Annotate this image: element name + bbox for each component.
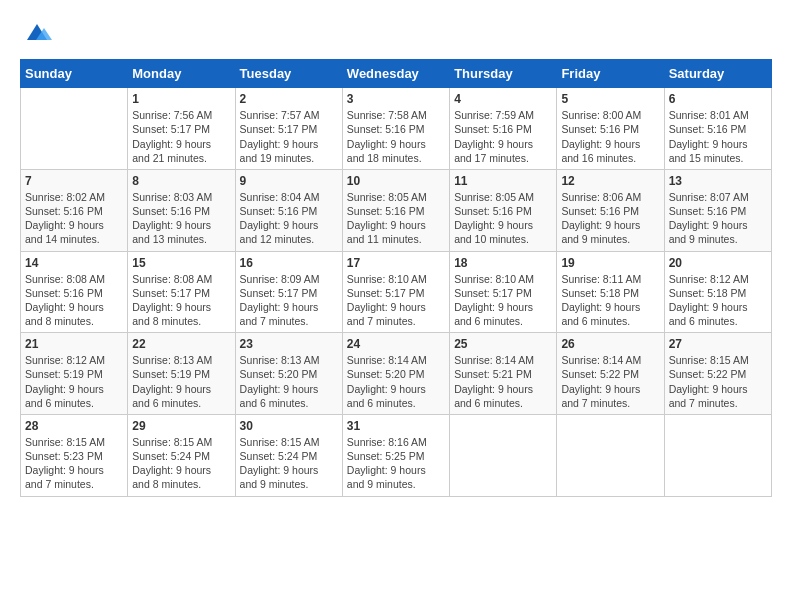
day-info: Sunrise: 7:56 AMSunset: 5:17 PMDaylight:… xyxy=(132,108,230,165)
calendar-cell: 15Sunrise: 8:08 AMSunset: 5:17 PMDayligh… xyxy=(128,251,235,333)
calendar-table: SundayMondayTuesdayWednesdayThursdayFrid… xyxy=(20,59,772,496)
calendar-cell: 28Sunrise: 8:15 AMSunset: 5:23 PMDayligh… xyxy=(21,414,128,496)
day-number: 24 xyxy=(347,337,445,351)
day-info: Sunrise: 8:04 AMSunset: 5:16 PMDaylight:… xyxy=(240,190,338,247)
calendar-cell: 1Sunrise: 7:56 AMSunset: 5:17 PMDaylight… xyxy=(128,88,235,170)
calendar-cell: 16Sunrise: 8:09 AMSunset: 5:17 PMDayligh… xyxy=(235,251,342,333)
day-number: 29 xyxy=(132,419,230,433)
day-number: 4 xyxy=(454,92,552,106)
day-number: 2 xyxy=(240,92,338,106)
day-info: Sunrise: 8:05 AMSunset: 5:16 PMDaylight:… xyxy=(454,190,552,247)
week-row-4: 21Sunrise: 8:12 AMSunset: 5:19 PMDayligh… xyxy=(21,333,772,415)
calendar-cell: 3Sunrise: 7:58 AMSunset: 5:16 PMDaylight… xyxy=(342,88,449,170)
day-info: Sunrise: 7:58 AMSunset: 5:16 PMDaylight:… xyxy=(347,108,445,165)
day-info: Sunrise: 8:13 AMSunset: 5:19 PMDaylight:… xyxy=(132,353,230,410)
day-info: Sunrise: 8:10 AMSunset: 5:17 PMDaylight:… xyxy=(347,272,445,329)
day-info: Sunrise: 8:05 AMSunset: 5:16 PMDaylight:… xyxy=(347,190,445,247)
calendar-cell: 30Sunrise: 8:15 AMSunset: 5:24 PMDayligh… xyxy=(235,414,342,496)
calendar-cell: 21Sunrise: 8:12 AMSunset: 5:19 PMDayligh… xyxy=(21,333,128,415)
calendar-cell: 19Sunrise: 8:11 AMSunset: 5:18 PMDayligh… xyxy=(557,251,664,333)
calendar-cell: 2Sunrise: 7:57 AMSunset: 5:17 PMDaylight… xyxy=(235,88,342,170)
day-number: 5 xyxy=(561,92,659,106)
calendar-cell: 29Sunrise: 8:15 AMSunset: 5:24 PMDayligh… xyxy=(128,414,235,496)
calendar-cell: 31Sunrise: 8:16 AMSunset: 5:25 PMDayligh… xyxy=(342,414,449,496)
calendar-cell: 18Sunrise: 8:10 AMSunset: 5:17 PMDayligh… xyxy=(450,251,557,333)
day-number: 27 xyxy=(669,337,767,351)
calendar-cell xyxy=(664,414,771,496)
day-number: 6 xyxy=(669,92,767,106)
week-row-2: 7Sunrise: 8:02 AMSunset: 5:16 PMDaylight… xyxy=(21,169,772,251)
day-number: 15 xyxy=(132,256,230,270)
day-info: Sunrise: 8:00 AMSunset: 5:16 PMDaylight:… xyxy=(561,108,659,165)
week-row-3: 14Sunrise: 8:08 AMSunset: 5:16 PMDayligh… xyxy=(21,251,772,333)
day-info: Sunrise: 8:09 AMSunset: 5:17 PMDaylight:… xyxy=(240,272,338,329)
day-number: 20 xyxy=(669,256,767,270)
day-number: 7 xyxy=(25,174,123,188)
day-number: 14 xyxy=(25,256,123,270)
calendar-cell xyxy=(557,414,664,496)
calendar-cell: 24Sunrise: 8:14 AMSunset: 5:20 PMDayligh… xyxy=(342,333,449,415)
calendar-cell: 26Sunrise: 8:14 AMSunset: 5:22 PMDayligh… xyxy=(557,333,664,415)
day-info: Sunrise: 8:03 AMSunset: 5:16 PMDaylight:… xyxy=(132,190,230,247)
calendar-cell: 4Sunrise: 7:59 AMSunset: 5:16 PMDaylight… xyxy=(450,88,557,170)
column-header-thursday: Thursday xyxy=(450,60,557,88)
calendar-cell: 8Sunrise: 8:03 AMSunset: 5:16 PMDaylight… xyxy=(128,169,235,251)
day-info: Sunrise: 8:14 AMSunset: 5:22 PMDaylight:… xyxy=(561,353,659,410)
column-header-saturday: Saturday xyxy=(664,60,771,88)
column-header-tuesday: Tuesday xyxy=(235,60,342,88)
logo-icon xyxy=(22,20,52,44)
day-number: 19 xyxy=(561,256,659,270)
calendar-cell: 9Sunrise: 8:04 AMSunset: 5:16 PMDaylight… xyxy=(235,169,342,251)
day-info: Sunrise: 8:13 AMSunset: 5:20 PMDaylight:… xyxy=(240,353,338,410)
day-number: 8 xyxy=(132,174,230,188)
calendar-cell: 25Sunrise: 8:14 AMSunset: 5:21 PMDayligh… xyxy=(450,333,557,415)
day-info: Sunrise: 8:01 AMSunset: 5:16 PMDaylight:… xyxy=(669,108,767,165)
calendar-cell: 12Sunrise: 8:06 AMSunset: 5:16 PMDayligh… xyxy=(557,169,664,251)
day-number: 11 xyxy=(454,174,552,188)
day-info: Sunrise: 8:10 AMSunset: 5:17 PMDaylight:… xyxy=(454,272,552,329)
calendar-cell: 17Sunrise: 8:10 AMSunset: 5:17 PMDayligh… xyxy=(342,251,449,333)
day-info: Sunrise: 8:11 AMSunset: 5:18 PMDaylight:… xyxy=(561,272,659,329)
day-number: 16 xyxy=(240,256,338,270)
day-number: 3 xyxy=(347,92,445,106)
day-number: 22 xyxy=(132,337,230,351)
day-number: 31 xyxy=(347,419,445,433)
calendar-cell xyxy=(450,414,557,496)
calendar-cell: 13Sunrise: 8:07 AMSunset: 5:16 PMDayligh… xyxy=(664,169,771,251)
day-info: Sunrise: 8:12 AMSunset: 5:19 PMDaylight:… xyxy=(25,353,123,410)
calendar-cell: 22Sunrise: 8:13 AMSunset: 5:19 PMDayligh… xyxy=(128,333,235,415)
calendar-cell: 23Sunrise: 8:13 AMSunset: 5:20 PMDayligh… xyxy=(235,333,342,415)
calendar-cell: 5Sunrise: 8:00 AMSunset: 5:16 PMDaylight… xyxy=(557,88,664,170)
calendar-cell: 10Sunrise: 8:05 AMSunset: 5:16 PMDayligh… xyxy=(342,169,449,251)
week-row-5: 28Sunrise: 8:15 AMSunset: 5:23 PMDayligh… xyxy=(21,414,772,496)
day-number: 12 xyxy=(561,174,659,188)
day-number: 30 xyxy=(240,419,338,433)
calendar-cell: 7Sunrise: 8:02 AMSunset: 5:16 PMDaylight… xyxy=(21,169,128,251)
day-number: 21 xyxy=(25,337,123,351)
day-info: Sunrise: 8:08 AMSunset: 5:16 PMDaylight:… xyxy=(25,272,123,329)
day-number: 23 xyxy=(240,337,338,351)
day-info: Sunrise: 8:06 AMSunset: 5:16 PMDaylight:… xyxy=(561,190,659,247)
day-info: Sunrise: 8:12 AMSunset: 5:18 PMDaylight:… xyxy=(669,272,767,329)
day-info: Sunrise: 8:14 AMSunset: 5:20 PMDaylight:… xyxy=(347,353,445,410)
day-number: 13 xyxy=(669,174,767,188)
day-number: 17 xyxy=(347,256,445,270)
day-info: Sunrise: 8:15 AMSunset: 5:22 PMDaylight:… xyxy=(669,353,767,410)
day-number: 1 xyxy=(132,92,230,106)
day-number: 10 xyxy=(347,174,445,188)
day-info: Sunrise: 7:57 AMSunset: 5:17 PMDaylight:… xyxy=(240,108,338,165)
day-info: Sunrise: 8:08 AMSunset: 5:17 PMDaylight:… xyxy=(132,272,230,329)
calendar-header-row: SundayMondayTuesdayWednesdayThursdayFrid… xyxy=(21,60,772,88)
column-header-wednesday: Wednesday xyxy=(342,60,449,88)
column-header-monday: Monday xyxy=(128,60,235,88)
day-info: Sunrise: 8:07 AMSunset: 5:16 PMDaylight:… xyxy=(669,190,767,247)
logo xyxy=(20,20,52,49)
day-info: Sunrise: 8:16 AMSunset: 5:25 PMDaylight:… xyxy=(347,435,445,492)
day-info: Sunrise: 8:15 AMSunset: 5:24 PMDaylight:… xyxy=(240,435,338,492)
day-info: Sunrise: 7:59 AMSunset: 5:16 PMDaylight:… xyxy=(454,108,552,165)
day-number: 26 xyxy=(561,337,659,351)
calendar-cell: 14Sunrise: 8:08 AMSunset: 5:16 PMDayligh… xyxy=(21,251,128,333)
calendar-cell: 27Sunrise: 8:15 AMSunset: 5:22 PMDayligh… xyxy=(664,333,771,415)
day-info: Sunrise: 8:15 AMSunset: 5:23 PMDaylight:… xyxy=(25,435,123,492)
calendar-cell: 11Sunrise: 8:05 AMSunset: 5:16 PMDayligh… xyxy=(450,169,557,251)
